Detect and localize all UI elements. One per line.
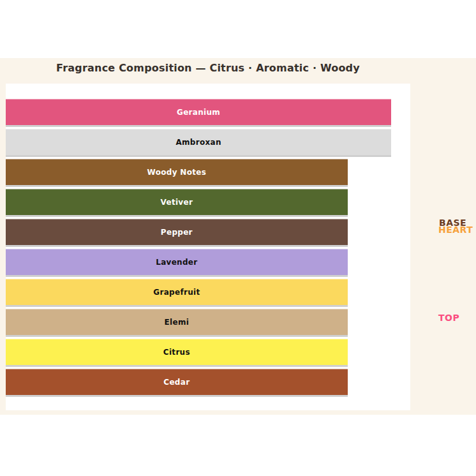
bar-label: Elemi <box>165 318 190 327</box>
bar-label: Ambroxan <box>175 138 221 147</box>
bar-pepper: Pepper <box>6 219 348 245</box>
bar-label: Geranium <box>177 108 220 117</box>
bar-label: Woody Notes <box>147 168 207 177</box>
bar-lavender: Lavender <box>6 249 348 275</box>
chart-title: Fragrance Composition — Citrus · Aromati… <box>0 62 416 74</box>
bar-group: Geranium Ambroxan Woody Notes Vetiver Pe… <box>6 99 410 399</box>
phase-label-top: TOP <box>438 314 459 322</box>
bar-label: Cedar <box>163 378 190 387</box>
bar-label: Lavender <box>156 258 197 267</box>
bar-citrus: Citrus <box>6 339 348 365</box>
bar-vetiver: Vetiver <box>6 189 348 215</box>
bar-label: Citrus <box>163 348 190 357</box>
bar-woody-notes: Woody Notes <box>6 159 348 185</box>
bar-geranium: Geranium <box>6 99 391 125</box>
plot-area: Geranium Ambroxan Woody Notes Vetiver Pe… <box>6 84 410 410</box>
bar-elemi: Elemi <box>6 309 348 335</box>
bar-ambroxan: Ambroxan <box>6 129 391 155</box>
figure-background: Fragrance Composition — Citrus · Aromati… <box>0 58 476 415</box>
bar-grapefruit: Grapefruit <box>6 279 348 305</box>
bar-cedar: Cedar <box>6 369 348 395</box>
bar-label: Grapefruit <box>153 288 200 297</box>
bar-label: Pepper <box>161 228 193 237</box>
phase-label-heart: HEART <box>438 226 473 234</box>
bar-label: Vetiver <box>161 198 193 207</box>
